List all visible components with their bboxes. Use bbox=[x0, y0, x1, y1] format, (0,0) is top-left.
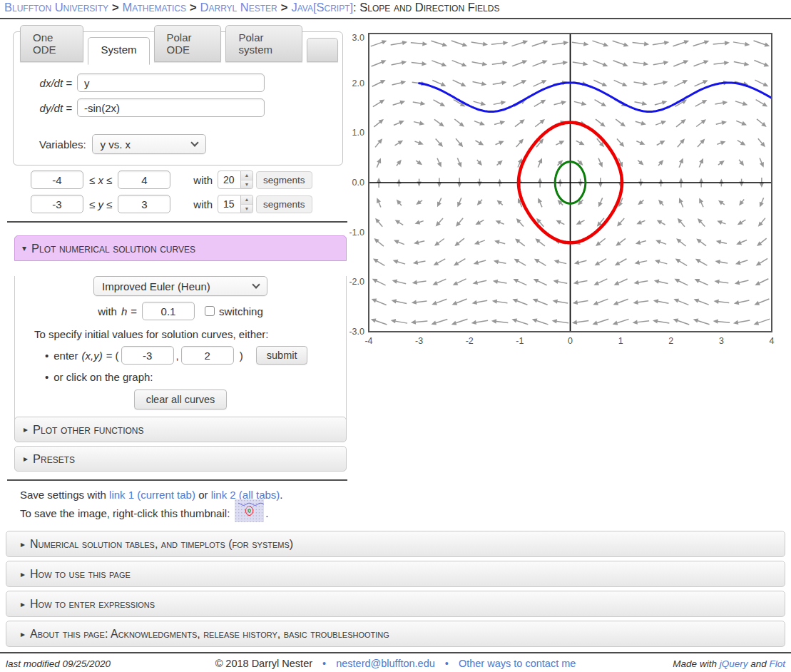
caret-down-icon: ▾ bbox=[22, 243, 26, 253]
footer-credits: Made with jQuery and Flot bbox=[673, 658, 785, 669]
initial-x-input[interactable] bbox=[121, 346, 174, 365]
svg-text:2: 2 bbox=[668, 336, 673, 346]
thumbnail-row: To save the image, right-click this thum… bbox=[20, 499, 268, 522]
variables-select[interactable]: y vs. x bbox=[92, 134, 206, 154]
dy-dt-label: dy/dt = bbox=[16, 102, 72, 114]
and-label: and bbox=[750, 658, 767, 669]
svg-text:-3.0: -3.0 bbox=[349, 327, 364, 337]
variables-label: Variables: bbox=[39, 138, 86, 151]
x-range-label: ≤ x ≤ bbox=[89, 174, 112, 186]
spinner-up-icon[interactable]: ▲ bbox=[241, 171, 252, 180]
breadcrumb-link-javascript[interactable]: Java[Script] bbox=[291, 1, 353, 14]
variables-select-value: y vs. x bbox=[101, 138, 131, 151]
email-link[interactable]: nesterd@bluffton.edu bbox=[336, 658, 435, 669]
tab-one-ode[interactable]: One ODE bbox=[20, 25, 83, 62]
made-with-label: Made with bbox=[673, 658, 717, 669]
footer-divider bbox=[0, 652, 791, 653]
how-to-use-header[interactable]: ▸ How to use this page bbox=[6, 561, 785, 587]
h-symbol: h bbox=[121, 305, 127, 317]
flot-link[interactable]: Flot bbox=[769, 658, 785, 669]
contact-link[interactable]: Other ways to contact me bbox=[459, 658, 576, 669]
plot-other-functions-title: Plot other functions bbox=[33, 423, 144, 437]
breadcrumb-link-bluffton[interactable]: Bluffton University bbox=[4, 1, 108, 14]
svg-text:-1: -1 bbox=[516, 336, 524, 346]
solution-curves-body: Improved Euler (Heun) with h = switching… bbox=[14, 276, 347, 425]
solution-curves-header[interactable]: ▾ Plot numerical solution curves bbox=[14, 235, 347, 261]
click-graph-row: • or click on the graph: bbox=[45, 371, 346, 383]
breadcrumb-separator: > bbox=[281, 1, 288, 14]
method-select[interactable]: Improved Euler (Heun) bbox=[93, 276, 267, 296]
about-page-title: About this page: Acknowledgments, releas… bbox=[30, 628, 389, 641]
chevron-down-icon bbox=[190, 138, 198, 146]
page: Bluffton University>Mathematics>Darryl N… bbox=[0, 0, 791, 672]
clear-all-curves-button[interactable]: clear all curves bbox=[134, 390, 228, 409]
x-range-row: ≤ x ≤ with 20 ▲ ▼ segments bbox=[13, 170, 312, 189]
page-title: Slope and Direction Fields bbox=[359, 1, 499, 14]
solution-curves-title: Plot numerical solution curves bbox=[31, 242, 195, 255]
x-segments-spinner: 20 ▲ ▼ bbox=[218, 170, 253, 189]
svg-text:2.0: 2.0 bbox=[352, 78, 364, 88]
y-max-input[interactable] bbox=[118, 195, 170, 213]
breadcrumb-colon: : bbox=[353, 1, 357, 14]
svg-text:4: 4 bbox=[770, 336, 775, 346]
dx-dt-input[interactable] bbox=[77, 73, 265, 92]
presets-header[interactable]: ▸ Presets bbox=[14, 446, 347, 472]
y-segments-value[interactable]: 15 bbox=[218, 195, 241, 213]
spinner-up-icon[interactable]: ▲ bbox=[241, 195, 252, 205]
bullet-icon: • bbox=[45, 350, 49, 362]
breadcrumb-link-mathematics[interactable]: Mathematics bbox=[123, 1, 186, 14]
switching-checkbox[interactable] bbox=[205, 306, 215, 316]
plot-thumbnail-image[interactable] bbox=[235, 499, 264, 522]
bullet-icon: • bbox=[445, 658, 449, 669]
direction-field-plot[interactable]: -4-3-2-1012343.02.01.00.0-1.0-2.0-3.0 bbox=[346, 29, 791, 351]
segments-label: segments bbox=[256, 195, 312, 213]
jquery-link[interactable]: jQuery bbox=[720, 658, 748, 669]
svg-text:-2: -2 bbox=[466, 336, 474, 346]
y-segments-spinner: 15 ▲ ▼ bbox=[218, 195, 253, 213]
svg-text:3.0: 3.0 bbox=[352, 33, 364, 43]
equals-sign: = bbox=[131, 305, 137, 317]
x-min-input[interactable] bbox=[31, 170, 83, 189]
copyright-label: © 2018 Darryl Nester bbox=[215, 658, 312, 669]
h-value-input[interactable] bbox=[142, 302, 195, 320]
spinner-down-icon[interactable]: ▼ bbox=[241, 180, 252, 189]
tab-polar-ode[interactable]: Polar ODE bbox=[154, 25, 222, 62]
tab-polar-system[interactable]: Polar system bbox=[225, 25, 302, 62]
svg-text:-4: -4 bbox=[364, 336, 372, 346]
comma-separator: , bbox=[176, 350, 179, 362]
tab-system[interactable]: System bbox=[88, 37, 149, 65]
submit-button[interactable]: submit bbox=[256, 346, 308, 365]
caret-right-icon: ▸ bbox=[21, 599, 25, 609]
y-min-input[interactable] bbox=[31, 195, 83, 213]
solution-curves-section: ▾ Plot numerical solution curves Improve… bbox=[14, 235, 347, 425]
how-to-enter-expressions-header[interactable]: ▸ How to enter expressions bbox=[6, 591, 785, 617]
breadcrumb-link-darryl-nester[interactable]: Darryl Nester bbox=[200, 1, 277, 14]
with-label: with bbox=[193, 174, 213, 186]
period: . bbox=[265, 507, 268, 519]
caret-right-icon: ▸ bbox=[21, 539, 25, 549]
caret-right-icon: ▸ bbox=[21, 569, 25, 579]
with-h-label: with bbox=[98, 305, 117, 317]
period: . bbox=[280, 489, 282, 501]
close-paren: ) bbox=[240, 350, 243, 362]
xy-symbols: (x,y) bbox=[81, 350, 102, 362]
plot-other-functions-header[interactable]: ▸ Plot other functions bbox=[14, 417, 347, 442]
initial-y-input[interactable] bbox=[181, 346, 234, 365]
dy-dt-input[interactable] bbox=[77, 98, 265, 117]
tab-strip-stub bbox=[307, 38, 338, 62]
enter-label: enter bbox=[53, 350, 78, 362]
caret-right-icon: ▸ bbox=[24, 454, 28, 464]
segments-label: segments bbox=[256, 171, 312, 189]
x-segments-value[interactable]: 20 bbox=[218, 170, 241, 189]
about-page-header[interactable]: ▸ About this page: Acknowledgments, rele… bbox=[6, 621, 785, 647]
dx-dt-label: dx/dt = bbox=[16, 77, 72, 89]
y-range-label: ≤ y ≤ bbox=[89, 198, 112, 210]
breadcrumb-separator: > bbox=[112, 1, 119, 14]
with-label: with bbox=[193, 198, 213, 210]
x-max-input[interactable] bbox=[118, 170, 170, 189]
numerical-tables-header[interactable]: ▸ Numerical solution tables, and timeplo… bbox=[6, 531, 785, 557]
thumbnail-label: To save the image, right-click this thum… bbox=[20, 507, 230, 519]
spinner-down-icon[interactable]: ▼ bbox=[241, 205, 252, 213]
initial-values-instructions: To specify initial values for solution c… bbox=[34, 328, 346, 340]
svg-text:-1.0: -1.0 bbox=[349, 228, 364, 238]
